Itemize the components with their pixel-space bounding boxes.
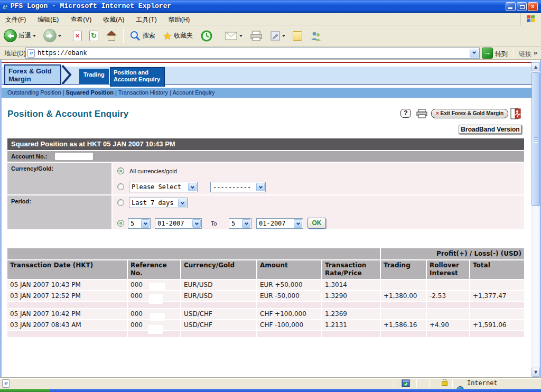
cell: 1.3014 [322, 280, 380, 290]
help-icon[interactable]: ? [400, 109, 411, 118]
ok-button[interactable]: OK [307, 218, 326, 229]
refresh-icon: ↻ [89, 31, 98, 41]
links-chevron[interactable]: » [534, 49, 537, 57]
scrollbar-thumb[interactable] [531, 72, 540, 206]
exit-forex-button[interactable]: × Exit Forex & Gold Margin [431, 109, 508, 118]
cell [381, 309, 426, 319]
dropdown-arrow-icon[interactable] [256, 183, 265, 191]
status-separator [416, 379, 417, 388]
history-button[interactable] [197, 27, 217, 45]
print-button[interactable] [246, 27, 266, 45]
windows-flag-icon [527, 15, 535, 23]
search-icon [129, 30, 141, 42]
title-bar: e PFS Logon - Microsoft Internet Explore… [0, 0, 541, 13]
toolbar-separator [123, 29, 124, 43]
all-currencies-label: All currencies/gold [129, 168, 177, 174]
scroll-up-button[interactable]: ▲ [531, 62, 540, 71]
refresh-button[interactable]: ↻ [86, 27, 102, 45]
edit-dropdown-icon[interactable] [282, 35, 285, 39]
spacer-cell [7, 302, 127, 308]
menu-edit[interactable]: 编辑(E) [38, 15, 59, 24]
nav-separator: | [115, 89, 117, 96]
stop-button[interactable]: × [69, 27, 86, 45]
dropdown-arrow-icon[interactable] [141, 219, 150, 228]
nav-outstanding-position[interactable]: Outstanding Position [7, 89, 61, 96]
taskbar[interactable] [0, 389, 541, 392]
period-range-radio[interactable] [117, 220, 124, 227]
nav-transaction-history[interactable]: Transaction History [118, 89, 168, 96]
mail-button[interactable] [221, 27, 246, 45]
exit-door-icon[interactable] [510, 108, 522, 119]
close-button[interactable]: × [528, 2, 538, 11]
edit-button[interactable] [266, 27, 289, 45]
messenger-button[interactable] [306, 27, 326, 45]
menu-tools[interactable]: 工具(T) [136, 15, 156, 24]
start-button[interactable] [0, 389, 50, 392]
spacer-cell [322, 302, 380, 308]
select-currency-radio[interactable] [117, 183, 124, 190]
address-dropdown-button[interactable] [470, 49, 479, 58]
period-preset-radio[interactable] [117, 199, 124, 206]
cell: 03 JAN 2007 08:43 AM [7, 320, 127, 330]
messenger-icon [310, 31, 322, 41]
ie-logo-icon: e [2, 2, 7, 11]
dropdown-arrow-icon[interactable] [294, 219, 302, 228]
favorites-button[interactable]: ★ 收藏夹 [159, 27, 197, 45]
section-header: Squared Position as at HKT 05 JAN 2007 1… [7, 138, 524, 150]
spacer-cell [181, 302, 256, 308]
menu-help[interactable]: 帮助(H) [169, 15, 190, 24]
cell: EUR -50,000 [257, 291, 321, 301]
forward-button[interactable] [40, 27, 65, 45]
stop-icon: × [73, 31, 82, 41]
scroll-down-button[interactable]: ▼ [531, 368, 540, 377]
dropdown-arrow-icon[interactable] [242, 219, 250, 228]
go-button[interactable]: → [482, 48, 493, 59]
discuss-icon [293, 31, 302, 41]
mail-dropdown-icon[interactable] [239, 35, 242, 39]
page-icon: e [27, 49, 35, 58]
go-label[interactable]: 转到 [495, 50, 508, 59]
menu-favorites[interactable]: 收藏(A) [103, 15, 124, 24]
back-dropdown-icon[interactable] [33, 35, 36, 39]
col-header-total: Total [470, 260, 524, 279]
print-page-icon[interactable] [416, 109, 428, 118]
cell: -2.53 [427, 291, 469, 301]
profit-loss-header: Profit(+) / Loss(-) (USD) [381, 248, 524, 259]
currency-select-dropdown[interactable]: Please Select [129, 182, 198, 192]
currency-select2-dropdown[interactable]: ---------- [210, 182, 266, 192]
mail-icon [225, 32, 238, 40]
all-currencies-radio[interactable] [117, 167, 124, 174]
to-day-dropdown[interactable]: 5 [229, 218, 251, 229]
nav-squared-position[interactable]: Squared Position [66, 89, 114, 96]
menu-file[interactable]: 文件(F) [5, 15, 26, 24]
dropdown-arrow-icon[interactable] [188, 183, 197, 191]
page-top-rule [2, 62, 531, 63]
restore-button[interactable] [517, 2, 527, 11]
broadband-version-button[interactable]: BroadBand Version [459, 125, 522, 134]
menu-view[interactable]: 查看(V) [70, 15, 91, 24]
to-month-dropdown[interactable]: 01-2007 [256, 218, 303, 229]
status-separator [452, 379, 453, 388]
reference-redaction [149, 294, 163, 304]
minimize-button[interactable] [506, 2, 516, 11]
from-month-dropdown[interactable]: 01-2007 [155, 218, 202, 229]
window-title: PFS Logon - Microsoft Internet Explorer [11, 2, 171, 10]
period-preset-dropdown[interactable]: Last 7 days [129, 198, 188, 208]
nav-account-enquiry[interactable]: Account Enquiry [172, 89, 214, 96]
links-label[interactable]: 链接 [519, 50, 531, 59]
tab-trading[interactable]: Trading [79, 69, 109, 85]
dropdown-arrow-icon[interactable] [192, 219, 201, 228]
search-button[interactable]: 搜索 [126, 27, 159, 45]
from-day-dropdown[interactable]: 5 [128, 218, 151, 229]
discuss-button[interactable] [289, 27, 306, 45]
favorites-star-icon: ★ [163, 31, 172, 41]
back-icon [4, 29, 17, 42]
dropdown-arrow-icon[interactable] [178, 199, 186, 207]
back-button[interactable]: 后退 [0, 27, 40, 45]
home-button[interactable] [102, 27, 121, 45]
cell: CHF -100,000 [257, 320, 321, 330]
forward-dropdown-icon[interactable] [58, 35, 61, 39]
tab-position-account-enquiry[interactable]: Position andAccount Enquiry [110, 67, 165, 87]
period-label-cell: Period: [7, 195, 111, 229]
address-input[interactable]: e https://ebank [25, 48, 480, 59]
